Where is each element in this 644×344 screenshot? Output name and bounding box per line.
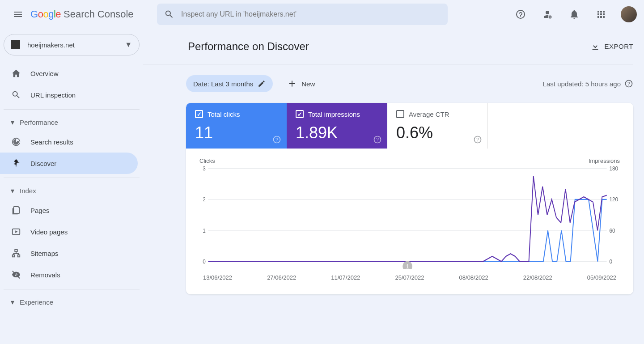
svg-text:0: 0 — [610, 258, 613, 265]
page-title: Performance on Discover — [188, 40, 309, 53]
svg-text:0: 0 — [203, 258, 206, 265]
help-icon[interactable]: ? — [473, 135, 482, 144]
nav-section-experience[interactable]: ▾ Experience — [0, 293, 143, 311]
url-inspect-input[interactable] — [181, 10, 441, 18]
app-header: Google Search Console — [0, 0, 644, 29]
nav-search-results[interactable]: Search results — [0, 131, 138, 153]
svg-text:2: 2 — [203, 196, 206, 203]
x-tick: 27/06/2022 — [267, 274, 296, 281]
search-icon — [164, 9, 174, 20]
svg-text:?: ? — [275, 137, 278, 142]
hamburger-menu-button[interactable] — [7, 4, 29, 25]
apps-button[interactable] — [590, 4, 612, 25]
google-g-icon — [11, 137, 21, 147]
nav-section-performance[interactable]: ▾ Performance — [0, 113, 143, 131]
search-icon — [11, 90, 21, 100]
notifications-button[interactable] — [564, 4, 585, 25]
bell-icon — [569, 9, 580, 20]
asterisk-icon — [11, 158, 21, 168]
x-tick: 11/07/2022 — [331, 274, 360, 281]
svg-text:?: ? — [376, 137, 379, 142]
property-name: hoeijmakers.net — [27, 41, 75, 49]
performance-chart-card: Total clicks 11 ? Total impressions 1.89… — [186, 103, 633, 294]
checkbox-unchecked-icon — [396, 110, 404, 118]
y2-axis-label: Impressions — [589, 157, 620, 164]
last-updated-text: Last updated: 5 hours ago ? — [543, 79, 633, 88]
chevron-down-icon: ▾ — [11, 298, 14, 306]
divider — [4, 289, 140, 289]
nav-overview[interactable]: Overview — [0, 63, 138, 84]
account-avatar[interactable] — [621, 6, 637, 22]
settings-button[interactable] — [537, 4, 558, 25]
help-icon — [515, 9, 526, 20]
metric-total-clicks[interactable]: Total clicks 11 ? — [186, 103, 287, 149]
export-button[interactable]: EXPORT — [590, 42, 633, 51]
checkbox-checked-icon — [195, 110, 203, 118]
property-favicon — [11, 40, 20, 49]
x-tick: 25/07/2022 — [395, 274, 424, 281]
divider — [4, 178, 140, 178]
chevron-down-icon: ▼ — [125, 41, 132, 49]
chevron-down-icon: ▾ — [11, 187, 14, 195]
plus-icon — [287, 79, 297, 89]
nav-pages[interactable]: Pages — [0, 200, 138, 221]
apps-grid-icon — [596, 9, 606, 20]
nav-url-inspection[interactable]: URL inspection — [0, 84, 138, 106]
svg-text:60: 60 — [610, 227, 615, 234]
y1-axis-label: Clicks — [199, 157, 215, 164]
sitemap-icon — [11, 248, 21, 258]
svg-text:3: 3 — [203, 166, 206, 172]
svg-text:?: ? — [476, 137, 479, 142]
svg-text:1: 1 — [406, 263, 409, 269]
x-tick: 05/09/2022 — [587, 274, 616, 281]
chevron-down-icon: ▾ — [11, 118, 14, 127]
google-logo: Google — [30, 8, 61, 20]
url-inspect-search[interactable] — [157, 4, 448, 25]
pencil-icon — [258, 80, 266, 88]
home-icon — [11, 68, 21, 78]
nav-removals[interactable]: Removals — [0, 264, 138, 285]
new-filter-button[interactable]: New — [280, 75, 322, 92]
help-icon[interactable]: ? — [624, 79, 633, 88]
video-icon — [11, 227, 21, 237]
help-icon[interactable]: ? — [373, 135, 382, 144]
download-icon — [590, 42, 600, 51]
x-tick: 08/08/2022 — [459, 274, 488, 281]
nav-sitemaps[interactable]: Sitemaps — [0, 242, 138, 264]
date-filter-chip[interactable]: Date: Last 3 months — [186, 75, 273, 92]
svg-text:1: 1 — [203, 227, 206, 234]
product-name: Search Console — [64, 8, 134, 20]
nav-discover[interactable]: Discover — [0, 153, 138, 174]
svg-text:180: 180 — [610, 166, 619, 172]
metric-average-ctr[interactable]: Average CTR 0.6% ? — [387, 103, 488, 149]
nav-section-index[interactable]: ▾ Index — [0, 182, 143, 200]
eye-off-icon — [11, 270, 21, 280]
user-settings-icon — [542, 9, 553, 20]
product-logo[interactable]: Google Search Console — [30, 8, 134, 20]
metric-total-impressions[interactable]: Total impressions 1.89K ? — [287, 103, 387, 149]
svg-text:120: 120 — [610, 196, 619, 203]
help-icon[interactable]: ? — [272, 135, 281, 144]
hamburger-icon — [13, 9, 23, 20]
main-content: Performance on Discover EXPORT Date: Las… — [143, 29, 644, 344]
svg-text:?: ? — [627, 81, 630, 86]
property-selector[interactable]: hoeijmakers.net ▼ — [4, 34, 140, 55]
nav-video-pages[interactable]: Video pages — [0, 221, 138, 242]
pages-icon — [11, 205, 21, 215]
x-tick: 13/06/2022 — [203, 274, 232, 281]
performance-line-chart: 01230601201801 — [199, 166, 620, 269]
x-tick: 22/08/2022 — [523, 274, 552, 281]
help-button[interactable] — [510, 4, 531, 25]
divider — [4, 109, 140, 110]
x-axis-ticks: 13/06/202227/06/202211/07/202225/07/2022… — [199, 274, 620, 281]
checkbox-checked-icon — [296, 110, 304, 118]
sidebar: hoeijmakers.net ▼ Overview URL inspectio… — [0, 29, 143, 344]
